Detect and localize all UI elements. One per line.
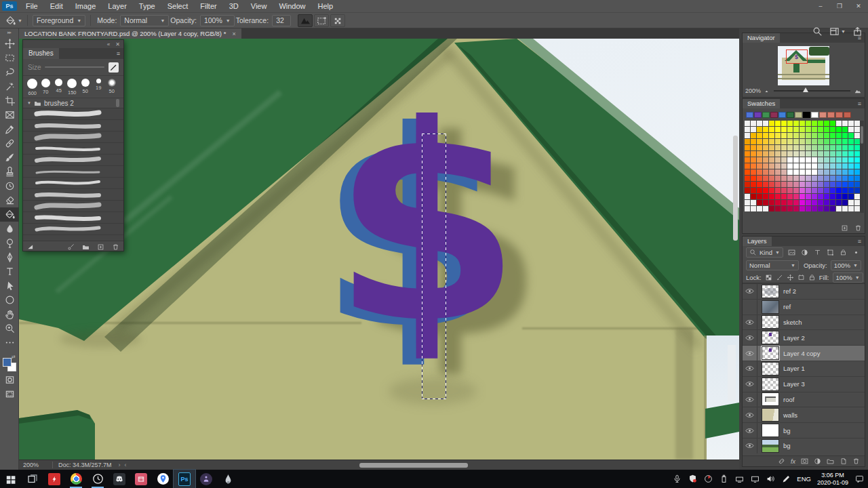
swatch[interactable]	[793, 206, 799, 211]
swatch[interactable]	[763, 121, 768, 126]
taskbar-tor-browser[interactable]	[195, 470, 217, 488]
swatch[interactable]	[848, 206, 854, 211]
swatch[interactable]	[818, 145, 823, 150]
menu-window[interactable]: Window	[273, 0, 311, 12]
swatch[interactable]	[800, 169, 805, 175]
swatch[interactable]	[812, 182, 817, 187]
swatch[interactable]	[781, 188, 787, 193]
share-icon[interactable]	[852, 26, 863, 37]
swatch[interactable]	[812, 163, 817, 169]
layer-row[interactable]: bg	[743, 423, 865, 439]
swatch[interactable]	[806, 145, 811, 150]
swatch[interactable]	[757, 121, 762, 126]
collapse-toolbar-icon[interactable]: ▸▸	[0, 28, 18, 37]
menu-select[interactable]: Select	[161, 0, 195, 12]
swatch[interactable]	[775, 133, 781, 138]
menu-layer[interactable]: Layer	[102, 0, 133, 12]
swatch[interactable]	[769, 200, 774, 205]
swatch[interactable]	[818, 194, 823, 199]
filter-toggle-button[interactable]	[852, 247, 861, 258]
status-menu-icon[interactable]: ›‹	[119, 462, 131, 468]
taskbar-discord[interactable]	[108, 470, 130, 488]
swatch[interactable]	[800, 121, 805, 126]
recent-swatch[interactable]	[746, 112, 753, 118]
close-button[interactable]: ✕	[849, 0, 868, 12]
swatch[interactable]	[836, 169, 842, 175]
layer-visibility-toggle[interactable]	[743, 315, 757, 330]
swatch[interactable]	[763, 127, 768, 132]
layer-thumbnail[interactable]	[762, 408, 779, 422]
swatch[interactable]	[830, 169, 835, 175]
recent-swatch[interactable]	[844, 112, 851, 118]
swatch[interactable]	[775, 145, 781, 150]
zoom-in-mountain-icon[interactable]	[854, 87, 862, 94]
swatch[interactable]	[824, 182, 829, 187]
swatch[interactable]	[836, 182, 842, 187]
move-tool[interactable]	[0, 37, 19, 51]
layer-row[interactable]: bg	[743, 439, 865, 453]
swatch[interactable]	[769, 163, 774, 169]
menu-image[interactable]: Image	[69, 0, 102, 12]
swatch[interactable]	[787, 206, 793, 211]
filter-smart-object-button[interactable]	[839, 247, 848, 258]
swatch[interactable]	[800, 182, 805, 187]
recorder-icon[interactable]	[703, 474, 713, 484]
eraser-tool[interactable]	[0, 193, 19, 207]
layer-row[interactable]: ref	[743, 300, 865, 315]
swatch[interactable]	[769, 157, 774, 163]
swatch[interactable]	[775, 176, 781, 181]
swatch[interactable]	[763, 157, 768, 163]
swatch[interactable]	[800, 127, 805, 132]
swatch[interactable]	[757, 206, 762, 211]
swatch[interactable]	[830, 139, 835, 144]
swatch[interactable]	[830, 206, 835, 211]
swatch[interactable]	[854, 188, 860, 193]
swatch[interactable]	[854, 194, 860, 199]
fx-icon[interactable]: fx	[791, 458, 795, 465]
swatch[interactable]	[836, 206, 842, 211]
tab-swatches[interactable]: Swatches	[743, 99, 780, 108]
layer-visibility-toggle[interactable]	[743, 284, 757, 299]
opacity-select[interactable]: 100% ▼	[200, 15, 235, 26]
swatch[interactable]	[787, 139, 793, 144]
swatch[interactable]	[775, 206, 781, 211]
swatch[interactable]	[818, 127, 823, 132]
foreground-color-swatch[interactable]	[3, 358, 12, 367]
usb-device-icon[interactable]	[719, 474, 728, 484]
swatch[interactable]	[745, 157, 750, 163]
recent-swatch[interactable]	[827, 112, 835, 118]
swatch[interactable]	[836, 127, 842, 132]
swatch[interactable]	[812, 194, 817, 199]
swatch[interactable]	[800, 151, 805, 157]
swatch[interactable]	[775, 151, 781, 157]
brush-stroke-item[interactable]	[23, 178, 123, 189]
swatch[interactable]	[812, 200, 817, 205]
menu-filter[interactable]: Filter	[194, 0, 222, 12]
swatch[interactable]	[775, 182, 781, 187]
swatch[interactable]	[818, 182, 823, 187]
swatch[interactable]	[769, 151, 774, 157]
swatch[interactable]	[854, 200, 860, 205]
taskbar-alarms-clock[interactable]	[87, 470, 108, 488]
tab-navigator[interactable]: Navigator	[743, 33, 780, 43]
swatch[interactable]	[745, 145, 750, 150]
tab-close-icon[interactable]: ×	[232, 30, 235, 37]
brush-preset[interactable]: 45	[52, 77, 66, 94]
menu-3d[interactable]: 3D	[223, 0, 245, 12]
layer-row[interactable]: ref 2	[743, 284, 865, 300]
swatch[interactable]	[781, 151, 787, 157]
new-layer-icon[interactable]	[840, 458, 847, 465]
swatch[interactable]	[751, 163, 756, 169]
search-icon[interactable]	[812, 26, 823, 37]
navigator-zoom-slider[interactable]	[774, 90, 850, 92]
new-swatch-icon[interactable]	[841, 224, 848, 232]
brush-stroke-item[interactable]	[23, 189, 123, 201]
swatch[interactable]	[836, 176, 842, 181]
workspace-switcher[interactable]: ▼	[829, 26, 846, 37]
swatch[interactable]	[854, 206, 860, 211]
swatch[interactable]	[763, 194, 768, 199]
swatch[interactable]	[830, 188, 835, 193]
tab-layers[interactable]: Layers	[743, 237, 772, 246]
swatch[interactable]	[769, 188, 774, 193]
swatch[interactable]	[812, 133, 817, 138]
